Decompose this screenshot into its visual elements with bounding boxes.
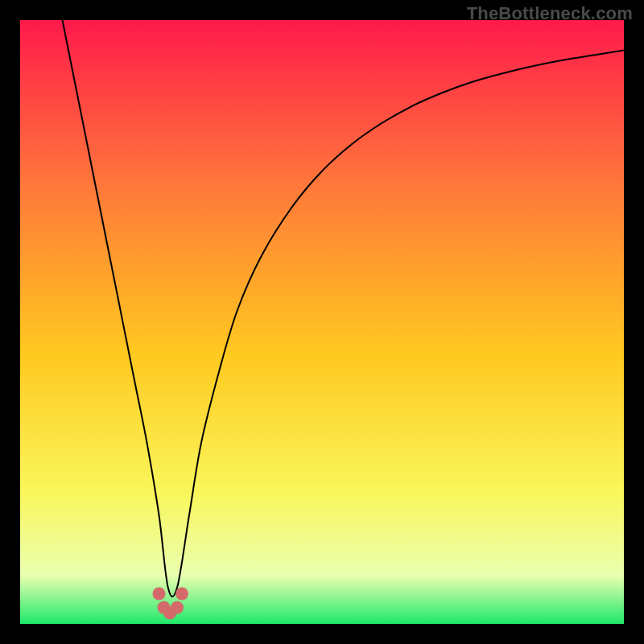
chart-frame: TheBottleneck.com [0,0,644,644]
sweet-spot-dot [175,588,188,601]
gradient-background [20,20,624,624]
sweet-spot-dot [171,601,184,614]
bottleneck-chart [20,20,624,624]
sweet-spot-dot [153,588,166,601]
plot-area [20,20,624,624]
